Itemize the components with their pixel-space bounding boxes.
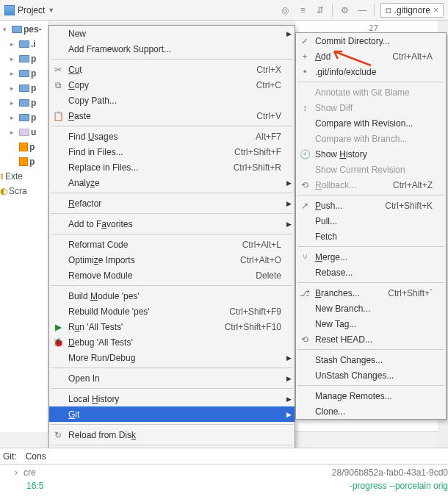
menu-item[interactable]: Stash Changes... (296, 352, 446, 367)
menu-item[interactable]: Local History ▶ (49, 391, 295, 406)
tree-item[interactable]: ▸.i (0, 37, 48, 51)
menu-item: ⟲ Rollback... Ctrl+Alt+Z (296, 177, 446, 193)
menu-item[interactable]: Compare with Revision... (296, 115, 446, 131)
tree-item[interactable]: ▸p (0, 96, 48, 110)
chevron-down-icon[interactable]: ▼ (48, 7, 54, 14)
gitignore-icon: ◘ (386, 5, 391, 15)
menu-item: ↕ Show Diff (296, 100, 446, 115)
menu-item: Annotate with Git Blame (296, 85, 446, 100)
menu-item[interactable]: 📋 Paste Ctrl+V (49, 108, 295, 123)
gear-icon[interactable]: ⚙ (339, 4, 350, 16)
context-menu: New ▶ Add Framework Support... ✂ Cut Ctr… (48, 25, 295, 502)
menu-item[interactable]: Fetch (296, 229, 446, 244)
menu-item[interactable]: ▶ Run 'All Tests' Ctrl+Shift+F10 (49, 319, 295, 334)
tree-item[interactable]: p (0, 140, 48, 154)
menu-item[interactable]: Reformat Code Ctrl+Alt+L (49, 237, 295, 252)
menu-item: Show Current Revision (296, 162, 446, 177)
menu-item[interactable]: Manage Remotes... (296, 388, 446, 404)
tree-item[interactable]: ▸u (0, 125, 48, 140)
hide-icon[interactable]: — (356, 4, 368, 16)
project-tree[interactable]: ▾pes- ▸.i▸p▸p▸p▸p▸p▸upp ⦀Exte ◐Scra (0, 21, 48, 432)
menu-item[interactable]: ⎇ Branches... Ctrl+Shift+` (296, 285, 446, 301)
target-icon[interactable]: ◎ (279, 4, 291, 16)
menu-item[interactable]: New Branch... (296, 301, 446, 316)
menu-item[interactable]: Rebuild Module 'pes' Ctrl+Shift+F9 (49, 304, 295, 319)
menu-item[interactable]: ↗ Push... Ctrl+Shift+K (296, 198, 446, 213)
console-time: 16:5 (26, 481, 43, 491)
menu-item[interactable]: ↻ Reload from Disk (49, 427, 295, 442)
tree-item[interactable]: ▸p (0, 51, 48, 66)
menu-item[interactable]: 🐞 Debug 'All Tests' (49, 334, 295, 350)
menu-item[interactable]: UnStash Changes... (296, 367, 446, 383)
tree-item[interactable]: ▸p (0, 81, 48, 96)
menu-item[interactable]: Analyze ▶ (49, 175, 295, 190)
console-tab-label[interactable]: Cons (26, 451, 46, 462)
menu-item[interactable]: ⟲ Reset HEAD... (296, 331, 446, 347)
menu-item[interactable]: Remove Module Delete (49, 268, 295, 283)
menu-item[interactable]: 🕘 Show History (296, 146, 446, 162)
menu-item[interactable]: Pull... (296, 213, 446, 229)
git-console: Git: Cons › cre 28/906b852a-fab0-43a1-9c… (0, 448, 448, 502)
menu-item[interactable]: Git ▶ (49, 406, 295, 422)
menu-item[interactable]: Refactor ▶ (49, 196, 295, 211)
menu-item[interactable]: Find Usages Alt+F7 (49, 129, 295, 144)
collapse-icon[interactable]: ⇵ (314, 4, 326, 16)
project-dropdown-label[interactable]: Project (18, 5, 45, 15)
expand-icon[interactable]: ≡ (297, 4, 308, 16)
git-tab-label[interactable]: Git: (3, 451, 17, 462)
menu-item[interactable]: Build Module 'pes' (49, 288, 295, 304)
menu-item[interactable]: Add to Favorites ▶ (49, 216, 295, 232)
console-command: -progress --porcelain orig (350, 481, 448, 491)
menu-item[interactable]: ⑂ Merge... (296, 249, 446, 265)
menu-item[interactable]: Replace in Files... Ctrl+Shift+R (49, 159, 295, 175)
menu-item[interactable]: Add Framework Support... (49, 41, 295, 57)
menu-item[interactable]: ✓ Commit Directory... (296, 33, 446, 49)
tree-item[interactable]: p (0, 154, 48, 169)
editor-tab[interactable]: ◘ .gitignore × (380, 3, 444, 18)
main-toolbar: Project ▼ ◎ ≡ ⇵ ⚙ — ◘ .gitignore × (0, 0, 448, 21)
menu-item[interactable]: • .git/info/exclude (296, 64, 446, 79)
tab-label: .gitignore (394, 5, 430, 15)
menu-item[interactable]: Open In ▶ (49, 370, 295, 386)
git-submenu: ✓ Commit Directory... + Add Ctrl+Alt+A •… (295, 32, 447, 420)
menu-item[interactable]: Clone... (296, 404, 446, 419)
tree-item[interactable]: ▸p (0, 66, 48, 81)
menu-item[interactable]: More Run/Debug ▶ (49, 350, 295, 365)
console-hash: 28/906b852a-fab0-43a1-9cd0 (332, 467, 448, 478)
menu-item[interactable]: + Add Ctrl+Alt+A (296, 49, 446, 64)
project-icon (4, 5, 15, 15)
tree-item[interactable]: ▸p (0, 110, 48, 125)
menu-item[interactable]: Optimize Imports Ctrl+Alt+O (49, 252, 295, 268)
menu-item[interactable]: ⧉ Copy Ctrl+C (49, 77, 295, 93)
menu-item[interactable]: New Tag... (296, 316, 446, 331)
console-text: cre (24, 467, 36, 478)
menu-item[interactable]: ✂ Cut Ctrl+X (49, 62, 295, 77)
menu-item[interactable]: Find in Files... Ctrl+Shift+F (49, 144, 295, 159)
menu-item[interactable]: New ▶ (49, 26, 295, 41)
menu-item[interactable]: Copy Path... (49, 93, 295, 108)
menu-item: Compare with Branch... (296, 131, 446, 146)
close-icon[interactable]: × (433, 5, 438, 15)
menu-item[interactable]: Rebase... (296, 265, 446, 280)
prompt-icon: › (15, 467, 18, 478)
